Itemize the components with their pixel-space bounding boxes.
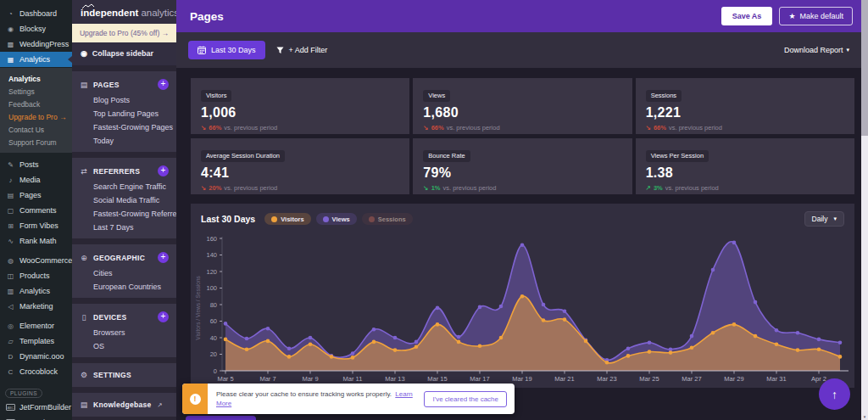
- wp-sidebar-item-weddingpress[interactable]: ▩WeddingPress: [0, 36, 72, 52]
- point-views: [817, 338, 821, 342]
- wp-submenu-item-analytics[interactable]: Analytics: [0, 72, 72, 85]
- wp-sidebar-item-comments[interactable]: ▢Comments: [0, 203, 72, 218]
- svg-text:Mar 7: Mar 7: [259, 375, 275, 383]
- stat-card-bounce-rate: Bounce Rate79%↘1%vs. previous period: [413, 138, 632, 194]
- ia-section-header-pages[interactable]: ▤PAGES+: [72, 76, 176, 93]
- ia-item-social-media-traffic[interactable]: Social Media Traffic: [72, 193, 176, 207]
- wp-sidebar-item-analytics[interactable]: ▦Analytics: [0, 52, 72, 67]
- add-referrers-button[interactable]: +: [158, 165, 169, 176]
- wp-sidebar-item-products[interactable]: ◫Products: [0, 268, 72, 283]
- ia-item-browsers[interactable]: Browsers: [72, 326, 176, 339]
- woocommerce-icon: ◍: [6, 257, 15, 265]
- marketing-icon: ◁: [6, 303, 15, 311]
- ia-section-title: REFERRERS: [93, 167, 140, 176]
- ia-item-cities[interactable]: Cities: [72, 266, 176, 280]
- ia-item-today[interactable]: Today: [72, 134, 176, 148]
- wp-sidebar-item-dynamic-ooo[interactable]: DDynamic.ooo: [0, 349, 72, 364]
- partially-visible-button[interactable]: [186, 416, 256, 420]
- wp-sidebar-item-elementor[interactable]: ◎Elementor: [0, 318, 72, 333]
- ia-item-top-landing-pages[interactable]: Top Landing Pages: [72, 107, 176, 120]
- ia-section-header-referrers[interactable]: ⇄REFERRERS+: [72, 162, 176, 180]
- collapse-sidebar-button[interactable]: ◉ Collapse sidebar: [72, 42, 176, 65]
- ia-item-fastest-growing-pages[interactable]: Fastest-Growing Pages: [72, 120, 176, 134]
- scroll-to-top-button[interactable]: ↑: [819, 378, 850, 410]
- ia-item-last-7-days[interactable]: Last 7 Days: [72, 221, 176, 234]
- wordpress-admin-sidebar: ◔Dashboard◉Blocksy▩WeddingPress▦Analytic…: [0, 0, 72, 420]
- date-range-button[interactable]: Last 30 Days: [188, 41, 265, 59]
- point-visitors: [732, 322, 737, 327]
- pages-icon: ▤: [6, 192, 15, 199]
- point-visitors: [478, 344, 482, 349]
- point-visitors: [626, 354, 631, 358]
- point-visitors: [775, 343, 779, 347]
- wp-submenu-item-feedback[interactable]: Feedback: [0, 98, 72, 110]
- wp-sidebar-item-dashboard[interactable]: ◔Dashboard: [0, 6, 72, 21]
- legend-sessions[interactable]: Sessions: [362, 213, 413, 225]
- ia-item-european-countries[interactable]: European Countries: [72, 280, 176, 294]
- upgrade-pro-banner[interactable]: Upgrade to Pro (45% off) →: [72, 24, 176, 42]
- wp-item-label: Marketing: [19, 302, 53, 311]
- wp-sidebar-item-analytics[interactable]: ▥Analytics: [0, 283, 72, 299]
- scrollbar[interactable]: ▾: [861, 0, 868, 420]
- wp-sidebar-item-posts[interactable]: ✎Posts: [0, 157, 72, 172]
- point-views: [287, 346, 292, 350]
- add-devices-button[interactable]: +: [158, 311, 169, 322]
- settings-icon: ⚙: [80, 371, 88, 379]
- comments-icon: ▢: [6, 207, 15, 215]
- ia-section-header-devices[interactable]: ▯DEVICES+: [72, 308, 176, 326]
- wp-sidebar-item-marketing[interactable]: ◁Marketing: [0, 299, 72, 314]
- wp-item-label: Dashboard: [19, 9, 57, 18]
- wp-item-label: Comments: [19, 206, 57, 215]
- point-visitors: [393, 348, 398, 352]
- add-pages-button[interactable]: +: [158, 79, 169, 90]
- point-visitors: [436, 322, 440, 327]
- point-visitors: [648, 350, 652, 354]
- cleared-cache-button[interactable]: I've cleared the cache: [424, 391, 507, 407]
- ia-link-knowledgebase[interactable]: ▤Knowledgebase↗: [72, 397, 176, 412]
- scrollbar-down-arrow[interactable]: ▾: [861, 414, 868, 419]
- wp-sidebar-item-pages[interactable]: ▤Pages: [0, 188, 72, 203]
- wp-sidebar-item-jetengine[interactable]: ABCJetEngine: [0, 415, 72, 420]
- interval-select[interactable]: Daily ▾: [804, 211, 844, 227]
- compare-text: vs. previous period: [442, 184, 496, 192]
- analytics-bars-icon: ▥: [6, 288, 15, 295]
- wp-sidebar-item-crocoblock[interactable]: CCrocoblock: [0, 364, 72, 379]
- wp-sidebar-item-woocommerce[interactable]: ◍WooCommerce: [0, 253, 72, 268]
- point-visitors: [542, 318, 546, 322]
- ia-section-header-geographic[interactable]: ⊕GEOGRAPHIC+: [72, 249, 176, 266]
- wp-sidebar-item-blocksy[interactable]: ◉Blocksy: [0, 21, 72, 36]
- add-filter-label: + Add Filter: [289, 46, 328, 54]
- wp-submenu-item-settings[interactable]: Settings: [0, 85, 72, 98]
- stat-label: Bounce Rate: [423, 150, 470, 162]
- wp-sidebar-item-form-vibes[interactable]: ⊞Form Vibes: [0, 218, 72, 233]
- wp-submenu-item-support-forum[interactable]: Support Forum: [0, 136, 72, 148]
- legend-views[interactable]: Views: [316, 213, 357, 225]
- legend-label: Sessions: [378, 216, 406, 223]
- wp-submenu-item-contact-us[interactable]: Contact Us: [0, 123, 72, 136]
- ia-item-os[interactable]: OS: [72, 339, 176, 353]
- ia-item-search-engine-traffic[interactable]: Search Engine Traffic: [72, 180, 176, 193]
- add-geographic-button[interactable]: +: [158, 252, 169, 263]
- wp-sidebar-item-media[interactable]: ♪Media: [0, 172, 72, 188]
- ia-section-header-settings[interactable]: ⚙SETTINGS: [72, 367, 176, 383]
- svg-text:Mar 23: Mar 23: [597, 375, 616, 383]
- scrollbar-thumb[interactable]: [861, 0, 868, 136]
- download-report-button[interactable]: Download Report ▾: [784, 46, 849, 54]
- stat-value: 79%: [423, 165, 621, 181]
- legend-visitors[interactable]: Visitors: [264, 213, 310, 225]
- wp-sidebar-item-rank-math[interactable]: ∿Rank Math: [0, 233, 72, 249]
- point-views: [520, 244, 525, 248]
- up-arrow-icon: ↑: [832, 388, 837, 401]
- ia-section-title: PAGES: [93, 81, 120, 89]
- save-as-button[interactable]: Save As: [721, 7, 773, 25]
- wp-item-label: Blocksy: [19, 25, 46, 33]
- make-default-button[interactable]: ★ Make default: [779, 7, 853, 25]
- wp-submenu-item-upgrade-to-pro[interactable]: Upgrade to Pro →: [0, 110, 72, 123]
- ia-item-blog-posts[interactable]: Blog Posts: [72, 93, 176, 107]
- point-views: [796, 331, 800, 335]
- add-filter-button[interactable]: + Add Filter: [276, 46, 328, 54]
- wp-sidebar-item-jetformbuilder[interactable]: ABCJetFormBuilder: [0, 400, 72, 415]
- stat-delta: ↘66%vs. previous period: [423, 124, 621, 132]
- wp-sidebar-item-templates[interactable]: ▱Templates: [0, 333, 72, 349]
- ia-item-fastest-growing-referrers[interactable]: Fastest-Growing Referrers: [72, 207, 176, 221]
